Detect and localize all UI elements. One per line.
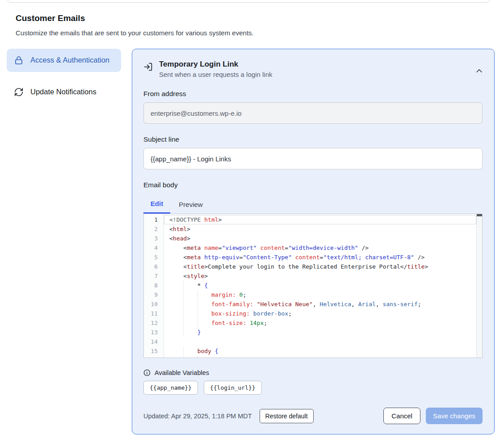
code-line-content[interactable]: <!DOCTYPE html> [164, 215, 476, 224]
code-lines: 1<!DOCTYPE html>2<html>3<head>4 <meta na… [144, 214, 476, 358]
code-line[interactable]: 4 <meta name="viewport" content="width=d… [144, 243, 476, 253]
collapse-button[interactable] [476, 63, 483, 78]
info-icon [143, 369, 151, 376]
line-number: 1 [144, 215, 164, 224]
email-body-label: Email body [143, 181, 483, 189]
indent-guide [197, 309, 198, 318]
line-number: 12 [144, 318, 164, 328]
indent-guide [183, 309, 184, 318]
chevron-up-icon [476, 69, 483, 73]
available-variables-row: Available Variables [143, 369, 483, 376]
editor-scrollbar-track[interactable] [476, 214, 482, 358]
from-address-label: From address [143, 90, 483, 98]
code-line[interactable]: 14 [144, 337, 476, 346]
line-number: 6 [144, 262, 164, 271]
line-number: 10 [144, 299, 164, 309]
variable-chip[interactable]: {{login_url}} [204, 381, 262, 395]
tab-preview[interactable]: Preview [170, 195, 211, 214]
indent-guide [183, 356, 184, 358]
line-number: 11 [144, 309, 164, 318]
subject-line-input[interactable] [143, 148, 483, 169]
code-line-content[interactable]: <html> [164, 224, 476, 234]
indent-guide [183, 299, 184, 309]
code-line-content[interactable]: body { [164, 346, 476, 356]
code-line-content[interactable]: background-color: #ffffff; [164, 356, 476, 358]
panel-subtitle: Sent when a user requests a login link [159, 71, 470, 78]
content-area: Access & Authentication Update Notificat… [7, 49, 495, 434]
code-line[interactable]: 12 font-size: 14px; [144, 318, 476, 328]
line-number: 15 [144, 346, 164, 356]
sidebar: Access & Authentication Update Notificat… [7, 49, 121, 104]
updated-timestamp: Updated: Apr 29, 2025, 1:18 PM MDT [143, 413, 252, 420]
code-line[interactable]: 7 <style> [144, 271, 476, 281]
page-title: Customer Emails [16, 13, 488, 23]
code-line[interactable]: 6 <title>Complete your login to the Repl… [144, 262, 476, 271]
code-line-content[interactable]: <title>Complete your login to the Replic… [164, 262, 476, 271]
line-number: 9 [144, 290, 164, 299]
panel-header: Temporary Login Link Sent when a user re… [143, 60, 483, 78]
code-line[interactable]: 13 } [144, 328, 476, 337]
restore-default-button[interactable]: Restore default [260, 409, 314, 423]
code-line[interactable]: 2<html> [144, 224, 476, 234]
code-editor[interactable]: 1<!DOCTYPE html>2<html>3<head>4 <meta na… [143, 214, 483, 358]
indent-guide [197, 356, 198, 358]
panel-title: Temporary Login Link [159, 60, 470, 69]
line-number: 16 [144, 356, 164, 358]
indent-guide [183, 346, 184, 356]
code-line[interactable]: 8 * { [144, 281, 476, 290]
code-line[interactable]: 15 body { [144, 346, 476, 356]
email-body-tabs: Edit Preview [143, 195, 483, 214]
login-icon [143, 62, 153, 78]
code-line-content[interactable] [164, 337, 476, 346]
line-number: 4 [144, 243, 164, 253]
editor-scrollbar-thumb[interactable] [477, 214, 482, 216]
subject-line-label: Subject line [143, 135, 483, 143]
code-line-content[interactable]: <style> [164, 271, 476, 281]
line-number: 13 [144, 328, 164, 337]
code-line-content[interactable]: <meta name="viewport" content="width=dev… [164, 243, 476, 253]
indent-guide [183, 318, 184, 328]
code-line[interactable]: 16 background-color: #ffffff; [144, 356, 476, 358]
code-line-content[interactable]: margin: 0; [164, 290, 476, 299]
page-subtitle: Customize the emails that are sent to yo… [16, 29, 488, 37]
code-line[interactable]: 5 <meta http-equiv="Content-Type" conten… [144, 253, 476, 262]
code-line[interactable]: 9 margin: 0; [144, 290, 476, 299]
from-address-input [143, 102, 483, 124]
code-line[interactable]: 3<head> [144, 234, 476, 243]
indent-guide [197, 290, 198, 299]
code-line[interactable]: 10 font-family: "Helvetica Neue", Helvet… [144, 299, 476, 309]
tab-edit[interactable]: Edit [143, 195, 170, 214]
variable-chip[interactable]: {{app_name}} [143, 381, 198, 395]
code-line-content[interactable]: font-size: 14px; [164, 318, 476, 328]
code-line[interactable]: 1<!DOCTYPE html> [144, 215, 476, 224]
line-number: 5 [144, 253, 164, 262]
sidebar-item-access-authentication[interactable]: Access & Authentication [7, 49, 121, 72]
indent-guide [183, 328, 184, 337]
available-variables-label: Available Variables [155, 369, 209, 376]
variable-chips: {{app_name}}{{login_url}} [143, 381, 483, 395]
code-line-content[interactable]: box-sizing: border-box; [164, 309, 476, 318]
panel-header-text: Temporary Login Link Sent when a user re… [159, 60, 470, 78]
indent-guide [183, 281, 184, 290]
email-settings-panel: Temporary Login Link Sent when a user re… [132, 49, 495, 434]
previous-card-bottom-edge [7, 0, 491, 3]
code-line-content[interactable]: } [164, 328, 476, 337]
panel-footer: Updated: Apr 29, 2025, 1:18 PM MDT Resto… [143, 408, 483, 424]
sidebar-item-label: Update Notifications [30, 87, 97, 97]
line-number: 8 [144, 281, 164, 290]
save-changes-button[interactable]: Save changes [426, 408, 483, 424]
indent-guide [197, 299, 198, 309]
sidebar-item-update-notifications[interactable]: Update Notifications [7, 80, 121, 104]
code-line-content[interactable]: * { [164, 281, 476, 290]
sidebar-item-label: Access & Authentication [30, 55, 109, 66]
code-line-content[interactable]: font-family: "Helvetica Neue", Helvetica… [164, 299, 476, 309]
line-number: 7 [144, 271, 164, 281]
code-line[interactable]: 11 box-sizing: border-box; [144, 309, 476, 318]
indent-guide [183, 290, 184, 299]
page-header: Customer Emails Customize the emails tha… [16, 13, 488, 37]
code-line-content[interactable]: <head> [164, 234, 476, 243]
cancel-button[interactable]: Cancel [383, 408, 420, 424]
indent-guide [197, 318, 198, 328]
code-line-content[interactable]: <meta http-equiv="Content-Type" content=… [164, 253, 476, 262]
line-number: 14 [144, 337, 164, 346]
